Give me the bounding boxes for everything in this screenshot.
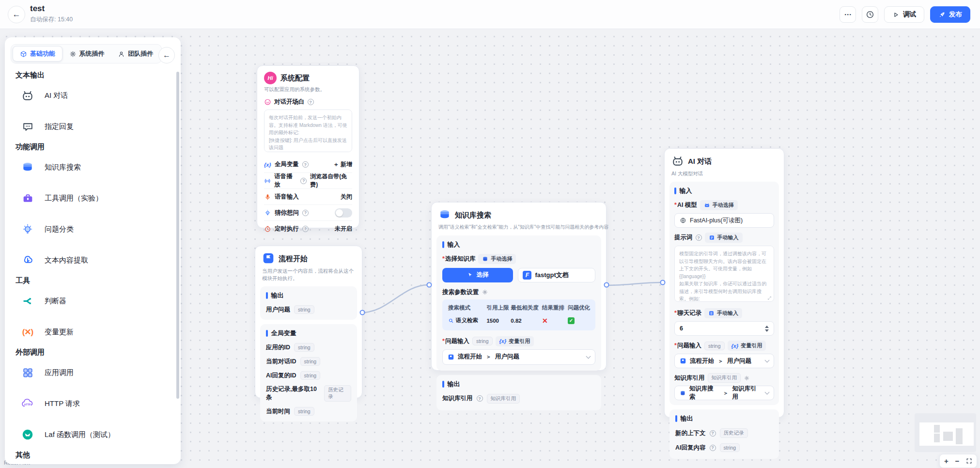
ai-chat-input-port[interactable] [660,280,666,285]
robot-icon [21,89,34,102]
kb-search-output-port[interactable] [604,282,609,288]
help-icon[interactable]: ? [302,210,309,216]
section-title: 外部调用 [5,347,181,357]
palette-item-variable-update[interactable]: (✕) 变量更新 [5,316,181,347]
zoom-out-button[interactable]: − [955,457,960,465]
gear-icon[interactable] [744,375,750,381]
sidebar-scrollbar[interactable] [176,72,179,399]
help-icon[interactable]: ? [302,226,309,232]
cursor-icon [467,272,473,278]
manual-select-badge[interactable]: 手动选择 [478,254,516,264]
laf-icon [21,428,34,441]
palette-item-kb-search[interactable]: 知识库搜索 [5,152,181,183]
toolbox-icon [21,192,34,204]
type-badge: 历史记录 [720,428,748,438]
variable-ref-badge[interactable]: {x}变量引用 [728,341,766,351]
hi-badge-icon: Hi [264,72,277,84]
section-bar [442,241,444,248]
help-icon[interactable]: ? [477,395,483,402]
kb-search-input-port[interactable] [427,282,432,288]
manual-input-badge[interactable]: 手动输入 [705,233,743,243]
palette-item-app-call[interactable]: 应用调用 [5,357,181,388]
gear-icon[interactable] [482,289,488,296]
help-icon[interactable]: ? [302,161,309,168]
model-select[interactable]: FastAI-plus(可读图) [674,213,774,228]
palette-item-ai-chat[interactable]: AI 对话 [5,80,181,111]
help-icon[interactable]: ? [710,430,716,437]
history-label: 聊天记录 [674,309,701,317]
kb-ref-source-dropdown[interactable]: 知识库搜索＞知识库引用 [674,386,774,400]
section-bar [266,330,268,337]
history-button[interactable] [862,6,878,23]
back-button[interactable]: ← [8,6,25,23]
clock-icon [866,10,874,19]
zoom-in-button[interactable]: + [944,457,949,465]
variable-ref-badge[interactable]: {x}变量引用 [496,336,534,346]
node-kb-search[interactable]: 知识库搜索 调用"语义检索"和"全文检索"能力，从"知识库"中查找可能与问题相关… [431,202,607,371]
tab-basic-modules[interactable]: 基础功能 [13,46,62,62]
kb-dataset-card[interactable]: F fastgpt文档 [518,268,595,282]
palette-item-assigned-reply[interactable]: 指定回复 [5,111,181,142]
more-button[interactable]: ⋯ [840,6,856,23]
schedule-value[interactable]: 未开启 [335,225,352,233]
tab-team-plugins[interactable]: 团队插件 [111,46,160,62]
palette-item-question-classify[interactable]: 问题分类 [5,214,181,245]
svg-text:HTTP: HTTP [24,403,31,406]
manual-input-badge[interactable]: 手动输入 [704,308,742,318]
question-input-label: 问题输入 [674,342,701,350]
section-title: 文本输出 [5,70,181,80]
node-flow-start[interactable]: 流程开始 当用户发送一个内容后，流程将会从这个模块开始执行。 输出 用户问题st… [255,246,362,398]
plugin-icon [69,50,77,58]
bulb-icon [21,223,34,235]
plus-icon: ＋ [333,161,341,168]
collapse-sidebar-button[interactable]: ← [158,47,175,63]
guess-question-toggle[interactable] [335,208,352,218]
publish-button[interactable]: 发布 [930,6,970,23]
minimap[interactable] [915,413,976,452]
opening-textarea[interactable] [264,109,352,152]
type-badge: 知识库引用 [708,373,741,383]
chevron-down-icon [765,358,770,363]
semantic-search-icon [448,318,454,324]
choose-kb-button[interactable]: 选择 [442,268,513,282]
palette-item-judge[interactable]: 判断器 [5,285,181,316]
node-system-config[interactable]: Hi 系统配置 可以配置应用的系统参数。 对话开场白 ? {x} 全局变量 ? … [257,65,359,228]
palette-item-http-request[interactable]: HTTP HTTP 请求 [5,388,181,419]
autosave-status: 自动保存: 15:40 [30,16,73,24]
palette-item-tool-call[interactable]: 工具调用（实验） [5,183,181,214]
manual-select-badge[interactable]: 手动选择 [700,200,738,210]
debug-button[interactable]: 调试 [884,6,924,23]
extract-icon [21,254,34,266]
stt-value[interactable]: 关闭 [341,193,352,201]
help-icon[interactable]: ? [300,178,307,184]
flag-mini-icon [448,354,454,360]
palette-item-content-extract[interactable]: 文本内容提取 [5,245,181,276]
fit-view-button[interactable] [966,458,972,464]
node-ai-chat[interactable]: AI 对话 AI 大模型对话 输入 AI 模型 手动选择 FastAI-plus… [664,148,784,418]
question-source-dropdown[interactable]: 流程开始＞用户问题 [674,354,774,368]
number-stepper[interactable] [765,326,769,332]
select-kb-label: 选择知识库 [442,255,475,263]
arrow-left-icon: ← [163,51,171,60]
type-badge: string [294,305,314,314]
expand-icon[interactable]: ⤢ [768,296,771,301]
braces-icon: {x} [499,338,507,344]
prompt-label: 提示词 [674,234,693,242]
fit-view-icon [966,458,972,464]
add-variable-button[interactable]: ＋ 新增 [333,160,352,169]
tab-system-plugins[interactable]: 系统插件 [62,46,111,62]
node-title: 知识库搜索 [455,211,491,220]
prompt-textarea[interactable] [674,246,774,302]
help-icon[interactable]: ? [696,234,702,241]
question-source-dropdown[interactable]: 流程开始＞用户问题 [442,349,595,365]
type-badge: string [300,357,321,366]
flow-start-output-port[interactable] [360,310,365,315]
node-title: AI 对话 [688,157,712,166]
section-title: 其他 [5,450,181,460]
palette-item-laf-function[interactable]: Laf 函数调用（测试） [5,419,181,450]
tts-value[interactable]: 浏览器自带(免费) [310,172,352,189]
type-badge: string [720,443,740,452]
history-count-input[interactable]: 6 [674,321,774,336]
help-icon[interactable]: ? [710,445,716,451]
help-icon[interactable]: ? [308,99,314,105]
